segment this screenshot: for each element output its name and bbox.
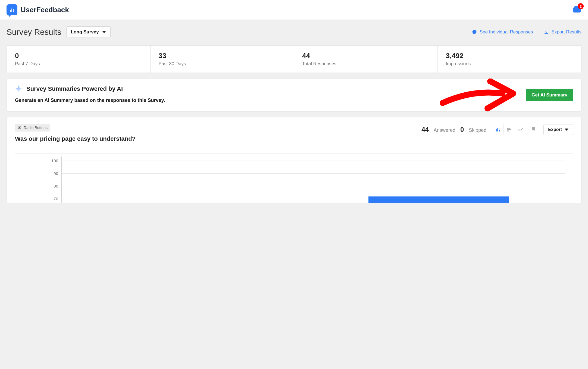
- page-body: Survey Results Long Survey See Individua…: [0, 20, 588, 210]
- question-type-pill: Radio Buttons: [15, 124, 50, 132]
- caret-down-icon: [565, 129, 568, 131]
- svg-point-4: [19, 127, 20, 129]
- line-chart-icon: [518, 127, 523, 132]
- answered-label: Answered: [434, 127, 455, 133]
- ai-panel-title: Survey Summaries Powered by AI: [26, 85, 123, 92]
- skipped-label: Skipped: [469, 127, 486, 133]
- bar-chart-icon: [495, 127, 501, 132]
- page-title: Survey Results: [7, 27, 61, 37]
- divider: [7, 148, 581, 148]
- skipped-count: 0: [460, 126, 464, 133]
- ai-panel-description: Generate an AI Summary based on the resp…: [15, 98, 573, 103]
- chart-type-line-button[interactable]: [515, 124, 526, 135]
- brand-logo-icon: [7, 4, 17, 15]
- svg-rect-0: [10, 10, 11, 12]
- y-tick-label: 100: [51, 158, 58, 163]
- bar: [368, 196, 509, 203]
- chart-type-pie-button[interactable]: [526, 124, 538, 135]
- export-question-button[interactable]: Export: [543, 124, 573, 135]
- stat-impressions: 3,492 Impressions: [438, 46, 581, 73]
- link-label: Export Results: [551, 29, 581, 35]
- bar-slot: [313, 157, 565, 203]
- horizontal-bar-icon: [506, 127, 512, 132]
- y-tick-label: 80: [54, 184, 58, 188]
- bars-container: [61, 157, 565, 203]
- answered-count: 44: [421, 126, 429, 133]
- stat-value: 3,492: [446, 52, 573, 60]
- svg-rect-7: [499, 130, 500, 132]
- brand-name: UserFeedback: [21, 6, 69, 14]
- export-results-link[interactable]: Export Results: [544, 29, 581, 35]
- stat-past-7-days: 0 Past 7 Days: [7, 46, 151, 73]
- chart-type-bar-button[interactable]: [492, 124, 503, 135]
- svg-rect-10: [507, 130, 509, 131]
- y-axis: 708090100: [18, 157, 61, 203]
- survey-selector-label: Long Survey: [71, 29, 99, 35]
- ai-summary-panel: Survey Summaries Powered by AI Generate …: [7, 78, 581, 112]
- chart-area: 708090100: [15, 154, 573, 203]
- stat-label: Total Responses: [302, 61, 429, 67]
- question-title: Was our pricing page easy to understand?: [15, 135, 136, 142]
- pie-chart-icon: [529, 127, 535, 132]
- question-header-left: Radio Buttons Was our pricing page easy …: [15, 124, 136, 142]
- export-label: Export: [548, 127, 562, 132]
- brand: UserFeedback: [7, 4, 69, 15]
- stat-past-30-days: 33 Past 30 Days: [151, 46, 294, 73]
- svg-rect-1: [11, 8, 12, 12]
- stat-value: 33: [159, 52, 286, 60]
- question-type-label: Radio Buttons: [24, 126, 48, 130]
- ai-panel-header: Survey Summaries Powered by AI: [15, 85, 573, 93]
- caret-down-icon: [102, 31, 106, 33]
- link-label: See Individual Responses: [480, 29, 533, 35]
- page-header-left: Survey Results Long Survey: [7, 26, 111, 38]
- stat-label: Past 30 Days: [159, 61, 286, 67]
- sparkle-icon: [15, 85, 23, 93]
- stat-value: 0: [15, 52, 142, 60]
- radio-icon: [18, 126, 21, 130]
- notification-count-badge: 2: [578, 3, 584, 9]
- stat-label: Past 7 Days: [15, 61, 142, 67]
- chart-type-toggle: [492, 124, 538, 135]
- svg-rect-2: [13, 9, 14, 12]
- bar-slot: [61, 157, 313, 203]
- stat-value: 44: [302, 52, 429, 60]
- svg-rect-8: [507, 128, 510, 129]
- get-ai-summary-button[interactable]: Get AI Summary: [526, 89, 573, 101]
- download-icon: [544, 30, 549, 35]
- question-header-right: 44 Answered 0 Skipped: [421, 124, 573, 135]
- topbar: UserFeedback 2: [0, 0, 588, 20]
- svg-rect-6: [497, 128, 498, 131]
- page-header: Survey Results Long Survey See Individua…: [7, 26, 581, 38]
- see-individual-responses-link[interactable]: See Individual Responses: [472, 29, 533, 35]
- svg-rect-9: [507, 129, 511, 130]
- svg-rect-5: [496, 129, 496, 131]
- stats-row: 0 Past 7 Days 33 Past 30 Days 44 Total R…: [7, 45, 581, 73]
- notifications-button[interactable]: 2: [572, 5, 581, 14]
- y-tick-label: 70: [54, 196, 58, 201]
- response-counts: 44 Answered 0 Skipped: [421, 126, 486, 133]
- y-tick-label: 90: [54, 171, 58, 176]
- chart-type-hbar-button[interactable]: [503, 124, 515, 135]
- comment-icon: [472, 30, 477, 35]
- page-header-right: See Individual Responses Export Results: [472, 29, 581, 35]
- question-header: Radio Buttons Was our pricing page easy …: [15, 124, 573, 142]
- stat-label: Impressions: [446, 61, 573, 67]
- chart-canvas: 708090100: [18, 157, 570, 203]
- question-panel: Radio Buttons Was our pricing page easy …: [7, 117, 581, 203]
- survey-selector[interactable]: Long Survey: [66, 26, 111, 38]
- stat-total-responses: 44 Total Responses: [294, 46, 438, 73]
